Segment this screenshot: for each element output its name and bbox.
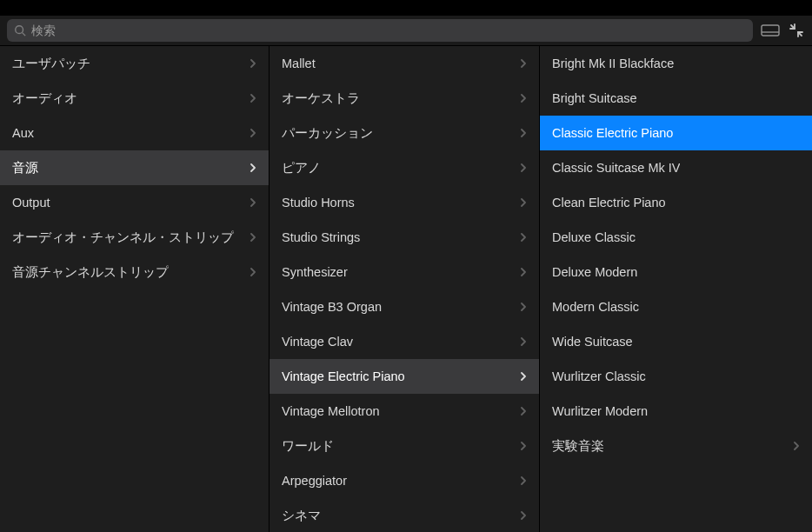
- list-item[interactable]: Vintage Clav: [270, 324, 539, 359]
- chevron-right-icon: [520, 267, 527, 277]
- list-item[interactable]: Vintage Electric Piano: [270, 359, 539, 394]
- list-item[interactable]: Synthesizer: [270, 255, 539, 289]
- list-item-label: Classic Electric Piano: [552, 126, 673, 140]
- svg-point-0: [16, 26, 23, 34]
- list-item-label: Deluxe Classic: [552, 230, 636, 244]
- list-item[interactable]: Arpeggiator: [270, 463, 539, 498]
- list-item[interactable]: Wurlitzer Classic: [540, 359, 812, 394]
- list-item[interactable]: Aux: [0, 116, 269, 150]
- list-item-label: Wurlitzer Classic: [552, 369, 646, 383]
- chevron-right-icon: [520, 58, 527, 69]
- list-item[interactable]: ピアノ: [270, 150, 539, 185]
- list-item[interactable]: ワールド: [270, 429, 539, 463]
- chevron-right-icon: [520, 232, 527, 243]
- collapse-icon[interactable]: [788, 22, 805, 39]
- chevron-right-icon: [250, 267, 256, 277]
- list-item-label: Vintage Clav: [282, 335, 353, 349]
- list-item[interactable]: Deluxe Modern: [540, 255, 812, 289]
- list-item[interactable]: Output: [0, 185, 269, 220]
- list-item[interactable]: Studio Strings: [270, 220, 539, 255]
- chevron-right-icon: [250, 232, 256, 243]
- chevron-right-icon: [250, 197, 256, 208]
- list-item[interactable]: Wide Suitcase: [540, 324, 812, 359]
- list-item[interactable]: Bright Mk II Blackface: [540, 46, 812, 81]
- chevron-right-icon: [520, 336, 527, 347]
- chevron-right-icon: [520, 93, 527, 103]
- list-item-label: Aux: [12, 126, 34, 140]
- list-item-label: パーカッション: [282, 125, 373, 142]
- list-item[interactable]: Modern Classic: [540, 289, 812, 324]
- list-item-label: 実験音楽: [552, 438, 604, 455]
- list-item-label: 音源チャンネルストリップ: [12, 264, 169, 281]
- chevron-right-icon: [520, 371, 527, 382]
- list-item-label: Studio Strings: [282, 230, 360, 244]
- column-2: MalletオーケストラパーカッションピアノStudio HornsStudio…: [270, 46, 540, 532]
- chevron-right-icon: [793, 441, 800, 451]
- chevron-right-icon: [250, 128, 256, 138]
- list-item-label: Vintage Electric Piano: [282, 369, 405, 383]
- list-item[interactable]: Clean Electric Piano: [540, 185, 812, 220]
- list-item[interactable]: Studio Horns: [270, 185, 539, 220]
- list-item[interactable]: 音源チャンネルストリップ: [0, 255, 269, 289]
- list-item-label: オーケストラ: [282, 90, 360, 107]
- list-item[interactable]: シネマ: [270, 498, 539, 532]
- list-item[interactable]: Wurlitzer Modern: [540, 394, 812, 429]
- chevron-right-icon: [250, 93, 256, 103]
- list-item-label: Modern Classic: [552, 300, 639, 314]
- list-item-label: Synthesizer: [282, 265, 348, 279]
- list-item[interactable]: Vintage Mellotron: [270, 394, 539, 429]
- list-item-label: Wurlitzer Modern: [552, 404, 648, 418]
- search-icon: [14, 24, 26, 37]
- chevron-right-icon: [250, 58, 256, 69]
- chevron-right-icon: [520, 441, 527, 451]
- top-spacer: [0, 0, 812, 16]
- list-item[interactable]: Classic Suitcase Mk IV: [540, 150, 812, 185]
- chevron-right-icon: [520, 163, 527, 173]
- list-item-label: Bright Mk II Blackface: [552, 57, 674, 70]
- chevron-right-icon: [250, 163, 256, 173]
- list-item[interactable]: Mallet: [270, 46, 539, 81]
- chevron-right-icon: [520, 302, 527, 312]
- search-input[interactable]: [31, 23, 746, 37]
- list-item-label: Vintage Mellotron: [282, 404, 380, 418]
- list-item[interactable]: オーディオ・チャンネル・ストリップ: [0, 220, 269, 255]
- list-item-label: Wide Suitcase: [552, 335, 633, 349]
- search-box[interactable]: [7, 19, 753, 42]
- list-item[interactable]: 実験音楽: [540, 429, 812, 463]
- list-item[interactable]: パーカッション: [270, 116, 539, 150]
- list-item-label: ユーザパッチ: [12, 56, 90, 72]
- list-item[interactable]: Deluxe Classic: [540, 220, 812, 255]
- list-item-label: ワールド: [282, 438, 334, 455]
- list-item-label: オーディオ: [12, 90, 77, 107]
- chevron-right-icon: [520, 128, 527, 138]
- list-item-label: Output: [12, 196, 50, 209]
- list-item[interactable]: オーディオ: [0, 81, 269, 116]
- list-item-label: シネマ: [282, 508, 321, 524]
- list-item[interactable]: オーケストラ: [270, 81, 539, 116]
- browser-columns: ユーザパッチオーディオAux音源Outputオーディオ・チャンネル・ストリップ音…: [0, 46, 812, 532]
- chevron-right-icon: [520, 197, 527, 208]
- list-item-label: Deluxe Modern: [552, 265, 637, 279]
- list-item-label: Studio Horns: [282, 196, 355, 209]
- list-item-label: Arpeggiator: [282, 474, 347, 488]
- list-item-label: ピアノ: [282, 160, 321, 176]
- chevron-right-icon: [520, 510, 527, 521]
- list-item-label: 音源: [12, 160, 38, 176]
- list-item-label: Vintage B3 Organ: [282, 300, 382, 314]
- column-1: ユーザパッチオーディオAux音源Outputオーディオ・チャンネル・ストリップ音…: [0, 46, 270, 532]
- list-item[interactable]: ユーザパッチ: [0, 46, 269, 81]
- list-item[interactable]: Bright Suitcase: [540, 81, 812, 116]
- list-item-label: オーディオ・チャンネル・ストリップ: [12, 229, 234, 246]
- chevron-right-icon: [520, 475, 527, 486]
- svg-line-1: [23, 33, 26, 37]
- list-item-label: Mallet: [282, 57, 316, 70]
- list-item[interactable]: Vintage B3 Organ: [270, 289, 539, 324]
- svg-rect-2: [762, 25, 779, 36]
- keyboard-icon[interactable]: [760, 22, 781, 39]
- list-item[interactable]: 音源: [0, 150, 269, 185]
- list-item-label: Bright Suitcase: [552, 91, 637, 105]
- search-row: [0, 16, 812, 46]
- list-item[interactable]: Classic Electric Piano: [540, 116, 812, 150]
- chevron-right-icon: [520, 406, 527, 416]
- list-item-label: Clean Electric Piano: [552, 196, 666, 209]
